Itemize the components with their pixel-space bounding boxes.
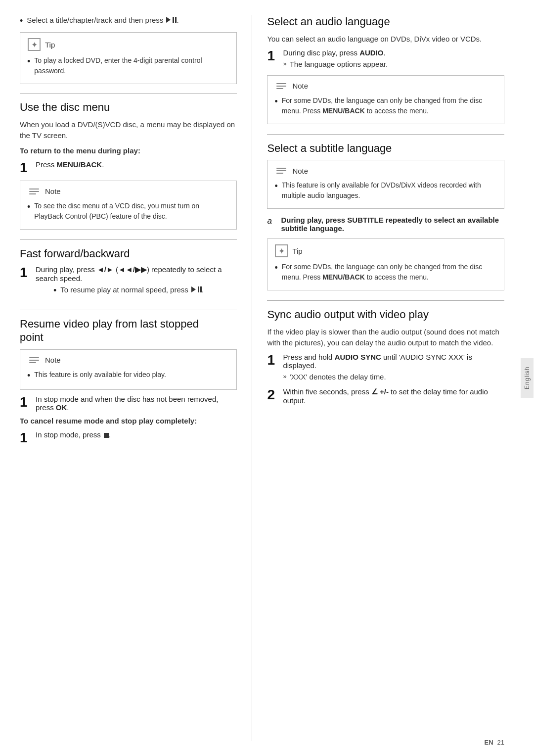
note-item-audio-text-0: For some DVDs, the language can only be … <box>282 95 497 116</box>
tip-title-subtitle: Tip <box>292 247 302 255</box>
tip-header: ✦ Tip <box>27 38 229 51</box>
subtitle-step-a-label: a <box>267 216 277 227</box>
tip-box-subtitle: ✦ Tip • For some DVDs, the language can … <box>267 238 504 290</box>
arrow-marker: » <box>283 59 286 69</box>
audio-bold: AUDIO <box>359 48 383 57</box>
sync-step1-label: 1 <box>267 353 279 368</box>
nav-arrows-bold: ◄/► <box>97 265 114 274</box>
bullet-marker: • <box>27 370 30 382</box>
sync-step2-row: 2 Within five seconds, press ∠ +/- to se… <box>267 387 504 405</box>
note-icon-lines <box>29 189 39 194</box>
section-subtitle: Select a subtitle language Note <box>267 142 504 291</box>
disc-menu-title: Use the disc menu <box>20 100 237 114</box>
note-icon-lines-resume <box>29 357 39 363</box>
note-box-disc-menu: Note • To see the disc menu of a VCD dis… <box>20 181 237 230</box>
note-title-disc-menu: Note <box>45 187 61 195</box>
section-disc-menu: Use the disc menu When you load a DVD/(S… <box>20 100 237 230</box>
audio-sync-bold: AUDIO SYNC <box>335 353 381 361</box>
left-column: • Select a title/chapter/track and then … <box>20 15 252 741</box>
resume-step1-label: 1 <box>20 395 32 410</box>
note-line-a1 <box>276 83 286 84</box>
tip-item-subtitle-0: • For some DVDs, the language can only b… <box>274 262 497 283</box>
tip-item-0: • To play a locked DVD, enter the 4-digi… <box>27 55 229 76</box>
audio-step1-label: 1 <box>267 48 279 64</box>
sync-step2-label: 2 <box>267 387 279 403</box>
subtitle-bold: SUBTITLE <box>347 216 383 224</box>
note-title-resume: Note <box>45 356 61 364</box>
menu-back-bold-tip: MENU/BACK <box>322 273 365 281</box>
section-audio-language: Select an audio language You can select … <box>267 15 504 124</box>
note-icon-lines-subtitle <box>276 168 286 174</box>
stop-square-icon <box>104 433 109 438</box>
note-line-a2 <box>276 86 286 87</box>
note-line-s1 <box>276 168 286 169</box>
tip-header-subtitle: ✦ Tip <box>274 244 497 258</box>
note-item-audio-0: • For some DVDs, the language can only b… <box>274 95 497 116</box>
tip-box-intro: ✦ Tip • To play a locked DVD, enter the … <box>20 32 237 84</box>
intro-bullet-text: Select a title/chapter/track and then pr… <box>27 15 178 26</box>
tip-icon-inner: ✦ <box>28 38 41 51</box>
fast-forward-step1-row: 1 During play, press ◄/► (◄◄/▶▶) repeate… <box>20 265 237 299</box>
note-line-r3 <box>29 362 36 363</box>
tip-title-intro: Tip <box>45 41 55 49</box>
language-tab: English <box>521 358 534 398</box>
note-box-audio: Note • For some DVDs, the language can o… <box>267 75 504 124</box>
section-sync: Sync audio output with video play If the… <box>267 308 504 405</box>
fast-forward-step1-text: During play, press ◄/► (◄◄/▶▶) repeatedl… <box>36 265 222 283</box>
note-line-s2 <box>276 170 286 171</box>
note-icon-resume <box>27 355 41 366</box>
divider-fast-forward <box>20 239 237 240</box>
intro-bullet: • Select a title/chapter/track and then … <box>20 15 237 27</box>
note-line-r1 <box>29 357 39 358</box>
resume-step1b-label: 1 <box>20 430 32 446</box>
note-box-subtitle: Note • This feature is only available fo… <box>267 160 504 209</box>
audio-step1-text: During disc play, press AUDIO. <box>283 48 385 57</box>
disc-menu-description: When you load a DVD/(S)VCD disc, a menu … <box>20 119 237 142</box>
sync-step1-content: Press and hold AUDIO SYNC until 'AUDIO S… <box>283 353 502 383</box>
disc-menu-step1-content: Press MENU/BACK. <box>36 160 104 169</box>
tip-star: ✦ <box>31 40 38 49</box>
note-line-r2 <box>29 360 39 361</box>
tip-item-subtitle-text-0: For some DVDs, the language can only be … <box>282 262 497 283</box>
play-pause-icon <box>166 17 177 23</box>
tip-item-text-0: To play a locked DVD, enter the 4-digit … <box>34 55 229 76</box>
note-title-audio: Note <box>292 82 308 90</box>
pause-bars <box>173 17 177 23</box>
fast-forward-sub: • To resume play at normal speed, press <box>53 284 235 297</box>
note-header-resume: Note <box>27 355 229 366</box>
sync-title: Sync audio output with video play <box>267 308 504 322</box>
footer-en-label: EN <box>484 739 493 746</box>
note-item-disc-menu-0: • To see the disc menu of a VCD disc, yo… <box>27 201 229 222</box>
note-icon-subtitle <box>274 165 288 176</box>
audio-step1-content: During disc play, press AUDIO. » The lan… <box>283 48 388 70</box>
note-header-subtitle: Note <box>274 165 497 176</box>
audio-step1-row: 1 During disc play, press AUDIO. » The l… <box>267 48 504 70</box>
note-line-1 <box>29 189 39 189</box>
main-content: • Select a title/chapter/track and then … <box>0 0 534 756</box>
audio-language-description: You can select an audio language on DVDs… <box>267 34 504 45</box>
note-line-2 <box>29 191 39 192</box>
divider-sync <box>267 300 504 301</box>
note-item-resume-0: • This feature is only available for vid… <box>27 370 229 382</box>
tip-icon-subtitle: ✦ <box>274 244 288 258</box>
section-fast-forward: Fast forward/backward 1 During play, pre… <box>20 247 237 300</box>
bullet-marker: • <box>27 201 30 213</box>
audio-step1-sub: » The language options appear. <box>283 59 388 70</box>
disc-menu-step1-row: 1 Press MENU/BACK. <box>20 160 237 176</box>
section-resume: Resume video play from last stoppedpoint… <box>20 317 237 446</box>
bullet-marker: • <box>274 180 277 192</box>
note-box-resume: Note • This feature is only available fo… <box>20 349 237 390</box>
note-header-audio: Note <box>274 81 497 92</box>
menu-back-bold-note: MENU/BACK <box>322 107 365 115</box>
note-item-resume-text-0: This feature is only available for video… <box>34 370 166 380</box>
bullet-marker: • <box>274 262 277 274</box>
note-line-a3 <box>276 88 283 89</box>
note-line-3 <box>29 193 36 194</box>
fast-forward-bullet: • To resume play at normal speed, press <box>53 284 235 297</box>
subtitle-step-a-row: a During play, press SUBTITLE repeatedly… <box>267 216 504 233</box>
play-triangle-2 <box>191 286 196 292</box>
sync-description: If the video play is slower than the aud… <box>267 327 504 349</box>
resume-step1-row: 1 In stop mode and when the disc has not… <box>20 395 237 412</box>
sync-step1-text: Press and hold AUDIO SYNC until 'AUDIO S… <box>283 353 472 370</box>
note-item-subtitle-text-0: This feature is only available for DVDs/… <box>282 180 497 201</box>
